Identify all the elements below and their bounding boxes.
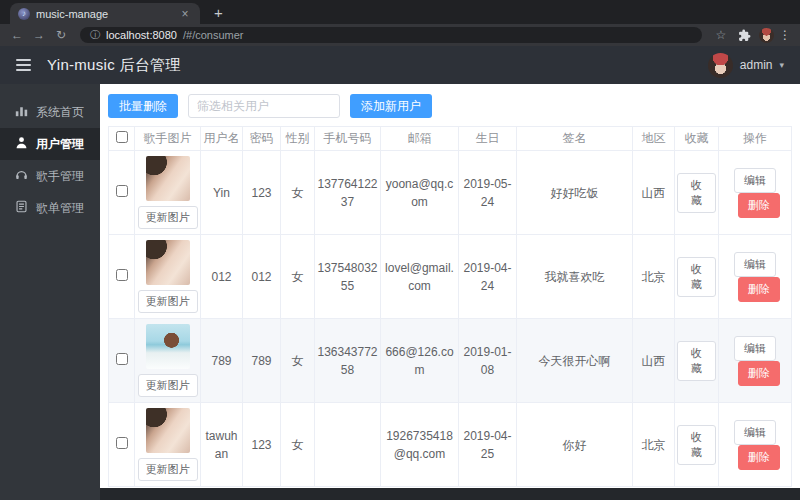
row-checkbox[interactable]: [116, 269, 128, 281]
sidebar-item-label: 用户管理: [36, 136, 84, 153]
favorite-button[interactable]: 收藏: [677, 173, 716, 213]
cell-password: 789: [243, 319, 281, 403]
table-row: 更新图片012012女13754803255lovel@gmail.com201…: [109, 235, 792, 319]
row-select-cell: [109, 151, 135, 235]
users-table: 歌手图片用户名密码性别手机号码邮箱生日签名地区收藏操作 更新图片Yin123女1…: [108, 126, 792, 487]
cell-password: 123: [243, 151, 281, 235]
hamburger-menu-icon[interactable]: [16, 59, 31, 71]
edit-button[interactable]: 编辑: [734, 336, 776, 361]
app-title: Yin-music 后台管理: [47, 56, 181, 75]
actions-cell: 编辑删除: [719, 235, 792, 319]
playlist-icon: [15, 200, 28, 216]
photo-cell: 更新图片: [135, 151, 201, 235]
cell-gender: 女: [281, 319, 315, 403]
cell-phone: [315, 403, 381, 487]
browser-toolbar: ← → ↻ ⓘ localhost:8080/#/consumer ☆ ⋮: [0, 24, 800, 46]
delete-button[interactable]: 删除: [738, 445, 780, 470]
column-header: 手机号码: [315, 127, 381, 151]
column-header: 生日: [459, 127, 517, 151]
cell-gender: 女: [281, 235, 315, 319]
user-photo: [146, 408, 190, 453]
row-checkbox[interactable]: [116, 437, 128, 449]
select-all-checkbox[interactable]: [116, 131, 128, 143]
cell-username: 012: [201, 235, 243, 319]
tab-close-icon[interactable]: ×: [178, 7, 192, 21]
column-header: 地区: [633, 127, 675, 151]
search-input[interactable]: [188, 94, 340, 118]
browser-profile-avatar[interactable]: [759, 28, 774, 43]
row-select-cell: [109, 319, 135, 403]
actions-cell: 编辑删除: [719, 151, 792, 235]
batch-delete-button[interactable]: 批量删除: [108, 94, 178, 118]
edit-button[interactable]: 编辑: [734, 252, 776, 277]
back-icon[interactable]: ←: [8, 28, 26, 42]
cell-region: 北京: [633, 235, 675, 319]
cell-phone: 13754803255: [315, 235, 381, 319]
cell-region: 山西: [633, 151, 675, 235]
update-image-button[interactable]: 更新图片: [138, 458, 198, 481]
cell-region: 山西: [633, 319, 675, 403]
sidebar-item-label: 系统首页: [36, 104, 84, 121]
sidebar-item-label: 歌单管理: [36, 200, 84, 217]
extensions-icon[interactable]: [738, 29, 751, 42]
update-image-button[interactable]: 更新图片: [138, 206, 198, 229]
cell-email: 666@126.com: [381, 319, 459, 403]
edit-button[interactable]: 编辑: [734, 420, 776, 445]
row-checkbox[interactable]: [116, 353, 128, 365]
new-tab-button[interactable]: +: [214, 4, 223, 24]
update-image-button[interactable]: 更新图片: [138, 290, 198, 313]
cell-email: yoona@qq.com: [381, 151, 459, 235]
edit-button[interactable]: 编辑: [734, 168, 776, 193]
actions-cell: 编辑删除: [719, 319, 792, 403]
select-all-cell: [109, 127, 135, 151]
photo-cell: 更新图片: [135, 403, 201, 487]
tab-title: music-manage: [36, 8, 172, 20]
update-image-button[interactable]: 更新图片: [138, 374, 198, 397]
chevron-down-icon: ▾: [779, 60, 784, 70]
sidebar-item-label: 歌手管理: [36, 168, 84, 185]
delete-button[interactable]: 删除: [738, 361, 780, 386]
url-path: /#/consumer: [183, 29, 244, 41]
user-menu[interactable]: admin ▾: [708, 53, 784, 78]
browser-menu-icon[interactable]: ⋮: [778, 28, 792, 42]
cell-signature: 你好: [517, 403, 633, 487]
cell-signature: 今天很开心啊: [517, 319, 633, 403]
toolbar: 批量删除 添加新用户: [108, 94, 792, 118]
favorite-cell: 收藏: [675, 151, 719, 235]
browser-tab[interactable]: ♪ music-manage ×: [10, 3, 200, 24]
user-photo: [146, 324, 190, 369]
reload-icon[interactable]: ↻: [52, 28, 70, 42]
sidebar-item-0[interactable]: 系统首页: [0, 96, 100, 128]
address-bar[interactable]: ⓘ localhost:8080/#/consumer: [80, 27, 702, 43]
sidebar-item-2[interactable]: 歌手管理: [0, 160, 100, 192]
bookmark-icon[interactable]: ☆: [712, 28, 730, 42]
forward-icon[interactable]: →: [30, 28, 48, 42]
user-photo: [146, 156, 190, 201]
site-info-icon[interactable]: ⓘ: [90, 27, 100, 43]
cell-gender: 女: [281, 403, 315, 487]
headset-icon: [15, 168, 28, 184]
app-header: Yin-music 后台管理 admin ▾: [0, 46, 800, 84]
cell-email: lovel@gmail.com: [381, 235, 459, 319]
delete-button[interactable]: 删除: [738, 193, 780, 218]
user-photo: [146, 240, 190, 285]
cell-signature: 我就喜欢吃: [517, 235, 633, 319]
cell-phone: 13776412237: [315, 151, 381, 235]
favorite-button[interactable]: 收藏: [677, 341, 716, 381]
favorite-button[interactable]: 收藏: [677, 425, 716, 465]
cell-birthday: 2019-01-08: [459, 319, 517, 403]
cell-birthday: 2019-04-25: [459, 403, 517, 487]
column-header: 用户名: [201, 127, 243, 151]
cell-username: Yin: [201, 151, 243, 235]
sidebar-item-1[interactable]: 用户管理: [0, 128, 100, 160]
favorite-button[interactable]: 收藏: [677, 257, 716, 297]
user-avatar[interactable]: [708, 53, 733, 78]
browser-tab-bar: ♪ music-manage × +: [0, 0, 800, 24]
favorite-cell: 收藏: [675, 403, 719, 487]
delete-button[interactable]: 删除: [738, 277, 780, 302]
column-header: 收藏: [675, 127, 719, 151]
cell-birthday: 2019-04-24: [459, 235, 517, 319]
sidebar-item-3[interactable]: 歌单管理: [0, 192, 100, 224]
add-user-button[interactable]: 添加新用户: [350, 94, 432, 118]
row-checkbox[interactable]: [116, 185, 128, 197]
